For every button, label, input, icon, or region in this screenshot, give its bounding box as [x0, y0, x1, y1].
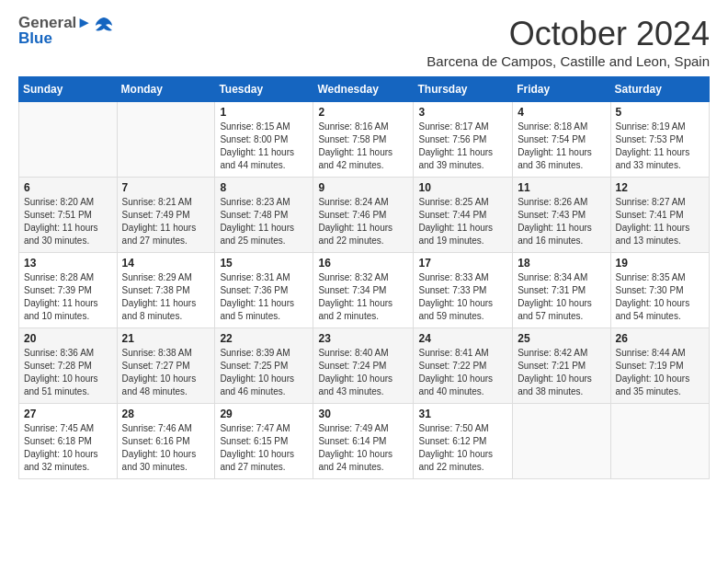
location-title: Barcena de Campos, Castille and Leon, Sp…: [427, 53, 710, 69]
day-number: 13: [24, 257, 112, 270]
day-info: Sunrise: 7:47 AMSunset: 6:15 PMDaylight:…: [220, 422, 308, 474]
day-cell: 11Sunrise: 8:26 AMSunset: 7:43 PMDayligh…: [513, 178, 610, 253]
day-cell: 29Sunrise: 7:47 AMSunset: 6:15 PMDayligh…: [215, 404, 313, 479]
day-number: 11: [518, 181, 605, 194]
logo-line2: Blue: [18, 30, 52, 48]
header-cell-sunday: Sunday: [19, 77, 118, 102]
header-cell-friday: Friday: [513, 77, 610, 102]
day-info: Sunrise: 8:42 AMSunset: 7:21 PMDaylight:…: [518, 347, 605, 398]
day-number: 26: [616, 332, 704, 345]
day-info: Sunrise: 8:36 AMSunset: 7:28 PMDaylight:…: [24, 347, 112, 398]
day-cell: 24Sunrise: 8:41 AMSunset: 7:22 PMDayligh…: [414, 328, 513, 404]
day-number: 17: [418, 257, 507, 270]
day-cell: 2Sunrise: 8:16 AMSunset: 7:58 PMDaylight…: [313, 102, 414, 178]
day-cell: 1Sunrise: 8:15 AMSunset: 8:00 PMDaylight…: [215, 102, 313, 178]
calendar-body: 1Sunrise: 8:15 AMSunset: 8:00 PMDaylight…: [19, 102, 710, 479]
day-number: 29: [220, 408, 308, 420]
day-number: 19: [616, 257, 704, 270]
month-title: October 2024: [427, 15, 710, 53]
day-info: Sunrise: 7:46 AMSunset: 6:16 PMDaylight:…: [122, 422, 210, 474]
logo-icon: [94, 16, 114, 40]
day-info: Sunrise: 7:45 AMSunset: 6:18 PMDaylight:…: [24, 422, 112, 474]
day-info: Sunrise: 8:35 AMSunset: 7:30 PMDaylight:…: [616, 271, 704, 323]
day-cell: 3Sunrise: 8:17 AMSunset: 7:56 PMDaylight…: [414, 102, 513, 178]
day-number: 20: [24, 332, 112, 345]
day-cell: 7Sunrise: 8:21 AMSunset: 7:49 PMDaylight…: [117, 178, 215, 253]
day-cell: 16Sunrise: 8:32 AMSunset: 7:34 PMDayligh…: [313, 253, 414, 328]
day-number: 4: [518, 106, 605, 119]
week-row-3: 13Sunrise: 8:28 AMSunset: 7:39 PMDayligh…: [19, 253, 710, 328]
day-number: 21: [122, 332, 210, 345]
header-cell-thursday: Thursday: [414, 77, 513, 102]
day-cell: [610, 404, 709, 479]
day-number: 14: [122, 257, 210, 270]
day-info: Sunrise: 8:20 AMSunset: 7:51 PMDaylight:…: [24, 196, 112, 247]
day-info: Sunrise: 8:24 AMSunset: 7:46 PMDaylight:…: [318, 196, 408, 247]
day-info: Sunrise: 8:16 AMSunset: 7:58 PMDaylight:…: [318, 121, 408, 172]
day-number: 12: [616, 181, 704, 194]
day-cell: [19, 102, 118, 178]
day-cell: 21Sunrise: 8:38 AMSunset: 7:27 PMDayligh…: [117, 328, 215, 404]
day-cell: 6Sunrise: 8:20 AMSunset: 7:51 PMDaylight…: [19, 178, 118, 253]
day-info: Sunrise: 8:41 AMSunset: 7:22 PMDaylight:…: [418, 347, 507, 398]
day-info: Sunrise: 7:50 AMSunset: 6:12 PMDaylight:…: [418, 422, 507, 474]
day-number: 30: [318, 408, 408, 420]
day-number: 7: [122, 181, 210, 194]
day-cell: 19Sunrise: 8:35 AMSunset: 7:30 PMDayligh…: [610, 253, 709, 328]
day-number: 9: [318, 181, 408, 194]
day-cell: 30Sunrise: 7:49 AMSunset: 6:14 PMDayligh…: [313, 404, 414, 479]
day-number: 31: [418, 408, 507, 420]
day-cell: 22Sunrise: 8:39 AMSunset: 7:25 PMDayligh…: [215, 328, 313, 404]
day-info: Sunrise: 8:15 AMSunset: 8:00 PMDaylight:…: [220, 121, 308, 172]
day-number: 1: [220, 106, 308, 119]
day-cell: 8Sunrise: 8:23 AMSunset: 7:48 PMDaylight…: [215, 178, 313, 253]
day-number: 16: [318, 257, 408, 270]
day-cell: 20Sunrise: 8:36 AMSunset: 7:28 PMDayligh…: [19, 328, 118, 404]
day-cell: 25Sunrise: 8:42 AMSunset: 7:21 PMDayligh…: [513, 328, 610, 404]
day-info: Sunrise: 8:34 AMSunset: 7:31 PMDaylight:…: [518, 271, 605, 323]
week-row-4: 20Sunrise: 8:36 AMSunset: 7:28 PMDayligh…: [19, 328, 710, 404]
day-number: 3: [418, 106, 507, 119]
day-cell: [117, 102, 215, 178]
calendar-header-row: SundayMondayTuesdayWednesdayThursdayFrid…: [19, 77, 710, 102]
week-row-5: 27Sunrise: 7:45 AMSunset: 6:18 PMDayligh…: [19, 404, 710, 479]
day-number: 28: [122, 408, 210, 420]
day-info: Sunrise: 8:23 AMSunset: 7:48 PMDaylight:…: [220, 196, 308, 247]
day-number: 22: [220, 332, 308, 345]
day-number: 8: [220, 181, 308, 194]
day-number: 23: [318, 332, 408, 345]
header-cell-tuesday: Tuesday: [215, 77, 313, 102]
day-number: 2: [318, 106, 408, 119]
day-cell: 26Sunrise: 8:44 AMSunset: 7:19 PMDayligh…: [610, 328, 709, 404]
title-block: October 2024 Barcena de Campos, Castille…: [427, 15, 710, 69]
day-cell: 18Sunrise: 8:34 AMSunset: 7:31 PMDayligh…: [513, 253, 610, 328]
day-info: Sunrise: 8:25 AMSunset: 7:44 PMDaylight:…: [418, 196, 507, 247]
logo: General► Blue: [18, 15, 114, 47]
day-cell: 15Sunrise: 8:31 AMSunset: 7:36 PMDayligh…: [215, 253, 313, 328]
header-cell-wednesday: Wednesday: [313, 77, 414, 102]
day-info: Sunrise: 8:44 AMSunset: 7:19 PMDaylight:…: [616, 347, 704, 398]
day-info: Sunrise: 8:27 AMSunset: 7:41 PMDaylight:…: [616, 196, 704, 247]
week-row-1: 1Sunrise: 8:15 AMSunset: 8:00 PMDaylight…: [19, 102, 710, 178]
day-cell: 12Sunrise: 8:27 AMSunset: 7:41 PMDayligh…: [610, 178, 709, 253]
day-info: Sunrise: 8:39 AMSunset: 7:25 PMDaylight:…: [220, 347, 308, 398]
day-number: 18: [518, 257, 605, 270]
day-number: 10: [418, 181, 507, 194]
page: General► Blue October 2024 Barcena de Ca…: [0, 0, 728, 563]
day-cell: 31Sunrise: 7:50 AMSunset: 6:12 PMDayligh…: [414, 404, 513, 479]
day-cell: 23Sunrise: 8:40 AMSunset: 7:24 PMDayligh…: [313, 328, 414, 404]
day-number: 25: [518, 332, 605, 345]
day-info: Sunrise: 8:29 AMSunset: 7:38 PMDaylight:…: [122, 271, 210, 323]
day-cell: 17Sunrise: 8:33 AMSunset: 7:33 PMDayligh…: [414, 253, 513, 328]
day-cell: 27Sunrise: 7:45 AMSunset: 6:18 PMDayligh…: [19, 404, 118, 479]
day-info: Sunrise: 8:26 AMSunset: 7:43 PMDaylight:…: [518, 196, 605, 247]
day-cell: 28Sunrise: 7:46 AMSunset: 6:16 PMDayligh…: [117, 404, 215, 479]
day-info: Sunrise: 8:19 AMSunset: 7:53 PMDaylight:…: [616, 121, 704, 172]
header-cell-saturday: Saturday: [610, 77, 709, 102]
day-number: 24: [418, 332, 507, 345]
day-info: Sunrise: 8:32 AMSunset: 7:34 PMDaylight:…: [318, 271, 408, 323]
day-info: Sunrise: 8:21 AMSunset: 7:49 PMDaylight:…: [122, 196, 210, 247]
day-info: Sunrise: 7:49 AMSunset: 6:14 PMDaylight:…: [318, 422, 408, 474]
day-info: Sunrise: 8:40 AMSunset: 7:24 PMDaylight:…: [318, 347, 408, 398]
day-info: Sunrise: 8:38 AMSunset: 7:27 PMDaylight:…: [122, 347, 210, 398]
